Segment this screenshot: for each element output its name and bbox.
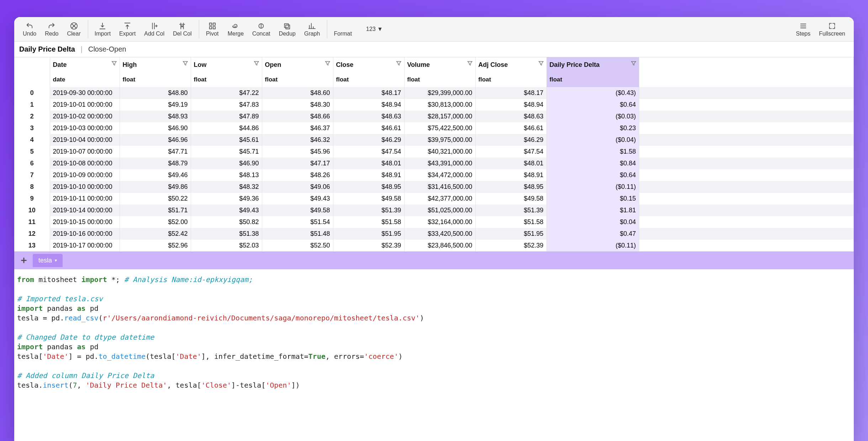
cell[interactable]: ($0.03) (546, 111, 639, 122)
column-header-low[interactable]: Low (191, 57, 262, 72)
column-header-close[interactable]: Close (333, 57, 404, 72)
cell[interactable]: $46.37 (262, 122, 333, 134)
cell[interactable]: 2019-10-17 00:00:00 (50, 240, 120, 251)
table-row[interactable]: 52019-10-07 00:00:00$47.71$45.71$45.96$4… (14, 146, 854, 158)
cell[interactable]: $51.39 (475, 204, 546, 216)
cell[interactable]: ($0.43) (546, 87, 639, 99)
formula-bar[interactable]: Daily Price Delta | Close-Open (14, 42, 854, 57)
cell[interactable]: $45.71 (191, 146, 262, 158)
cell[interactable]: 2019-10-16 00:00:00 (50, 228, 120, 240)
cell[interactable]: $33,420,500.00 (404, 228, 475, 240)
cell[interactable]: $51.58 (333, 216, 404, 228)
cell[interactable]: $48.17 (333, 87, 404, 99)
cell[interactable]: 2019-10-08 00:00:00 (50, 158, 120, 169)
cell[interactable]: $48.01 (333, 158, 404, 169)
table-row[interactable]: 92019-10-11 00:00:00$50.22$49.36$49.43$4… (14, 193, 854, 204)
cell[interactable]: $48.17 (475, 87, 546, 99)
table-row[interactable]: 12019-10-01 00:00:00$49.19$47.83$48.30$4… (14, 99, 854, 111)
cell[interactable]: $48.91 (333, 169, 404, 181)
cell[interactable]: $48.66 (262, 111, 333, 122)
cell[interactable]: $52.00 (120, 216, 191, 228)
cell[interactable]: $48.95 (475, 181, 546, 193)
cell[interactable]: $51.71 (120, 204, 191, 216)
cell[interactable]: $48.91 (475, 169, 546, 181)
filter-icon[interactable] (111, 60, 117, 67)
cell[interactable]: $52.96 (120, 240, 191, 251)
cell[interactable]: ($0.04) (546, 134, 639, 146)
sheet-tab-tesla[interactable]: tesla ▾ (33, 254, 63, 267)
cell[interactable]: $52.50 (262, 240, 333, 251)
cell[interactable]: $49.06 (262, 181, 333, 193)
filter-icon[interactable] (467, 60, 473, 67)
table-row[interactable]: 62019-10-08 00:00:00$48.79$46.90$47.17$4… (14, 158, 854, 169)
import-button[interactable]: Import (91, 20, 114, 38)
cell[interactable]: $48.60 (262, 87, 333, 99)
cell[interactable]: $47.54 (333, 146, 404, 158)
cell[interactable]: $46.61 (333, 122, 404, 134)
dedup-button[interactable]: Dedup (275, 20, 299, 38)
cell[interactable]: $48.63 (475, 111, 546, 122)
clear-button[interactable]: Clear (64, 20, 84, 38)
cell[interactable]: $46.90 (120, 122, 191, 134)
cell[interactable]: $48.80 (120, 87, 191, 99)
cell[interactable]: 2019-10-01 00:00:00 (50, 99, 120, 111)
cell[interactable]: $49.58 (262, 204, 333, 216)
export-button[interactable]: Export (116, 20, 139, 38)
cell[interactable]: $32,164,000.00 (404, 216, 475, 228)
cell[interactable]: $49.46 (120, 169, 191, 181)
cell[interactable]: $51.54 (262, 216, 333, 228)
column-header-open[interactable]: Open (262, 57, 333, 72)
cell[interactable]: $48.94 (475, 99, 546, 111)
data-grid[interactable]: DateHighLowOpenCloseVolumeAdj CloseDaily… (14, 57, 854, 251)
cell[interactable]: $0.47 (546, 228, 639, 240)
cell[interactable]: $48.93 (120, 111, 191, 122)
column-header-volume[interactable]: Volume (404, 57, 475, 72)
cell[interactable]: $49.19 (120, 99, 191, 111)
cell[interactable]: $31,416,500.00 (404, 181, 475, 193)
cell[interactable]: $45.61 (191, 134, 262, 146)
cell[interactable]: $46.32 (262, 134, 333, 146)
table-row[interactable]: 22019-10-02 00:00:00$48.93$47.89$48.66$4… (14, 111, 854, 122)
cell[interactable]: $29,399,000.00 (404, 87, 475, 99)
table-row[interactable]: 132019-10-17 00:00:00$52.96$52.03$52.50$… (14, 240, 854, 251)
cell[interactable]: $43,391,000.00 (404, 158, 475, 169)
cell[interactable]: $52.03 (191, 240, 262, 251)
cell[interactable]: $51.58 (475, 216, 546, 228)
cell[interactable]: $47.22 (191, 87, 262, 99)
cell[interactable]: $50.82 (191, 216, 262, 228)
cell[interactable]: $0.64 (546, 99, 639, 111)
cell[interactable]: $51.39 (333, 204, 404, 216)
cell[interactable]: $50.22 (120, 193, 191, 204)
cell[interactable]: $42,377,000.00 (404, 193, 475, 204)
filter-icon[interactable] (182, 60, 189, 67)
cell[interactable]: $52.39 (475, 240, 546, 251)
cell[interactable]: $47.54 (475, 146, 546, 158)
cell[interactable]: ($0.11) (546, 240, 639, 251)
cell[interactable]: $47.83 (191, 99, 262, 111)
cell[interactable]: $44.86 (191, 122, 262, 134)
cell[interactable]: $30,813,000.00 (404, 99, 475, 111)
cell[interactable]: $1.58 (546, 146, 639, 158)
undo-button[interactable]: Undo (19, 20, 40, 38)
concat-button[interactable]: Concat (249, 20, 274, 38)
cell[interactable]: $1.81 (546, 204, 639, 216)
cell[interactable]: 2019-10-14 00:00:00 (50, 204, 120, 216)
cell[interactable]: 2019-10-15 00:00:00 (50, 216, 120, 228)
redo-button[interactable]: Redo (41, 20, 62, 38)
graph-button[interactable]: Graph (301, 20, 323, 38)
cell[interactable]: $48.01 (475, 158, 546, 169)
filter-icon[interactable] (324, 60, 331, 67)
cell[interactable]: $48.95 (333, 181, 404, 193)
add-sheet-button[interactable] (18, 254, 30, 266)
merge-button[interactable]: Merge (224, 20, 247, 38)
table-row[interactable]: 42019-10-04 00:00:00$46.96$45.61$46.32$4… (14, 134, 854, 146)
cell[interactable]: $47.89 (191, 111, 262, 122)
cell[interactable]: $46.61 (475, 122, 546, 134)
filter-icon[interactable] (253, 60, 260, 67)
cell[interactable]: $52.42 (120, 228, 191, 240)
table-row[interactable]: 82019-10-10 00:00:00$49.86$48.32$49.06$4… (14, 181, 854, 193)
cell[interactable]: $48.26 (262, 169, 333, 181)
cell[interactable]: $49.58 (333, 193, 404, 204)
cell[interactable]: $46.90 (191, 158, 262, 169)
cell[interactable]: 2019-10-07 00:00:00 (50, 146, 120, 158)
